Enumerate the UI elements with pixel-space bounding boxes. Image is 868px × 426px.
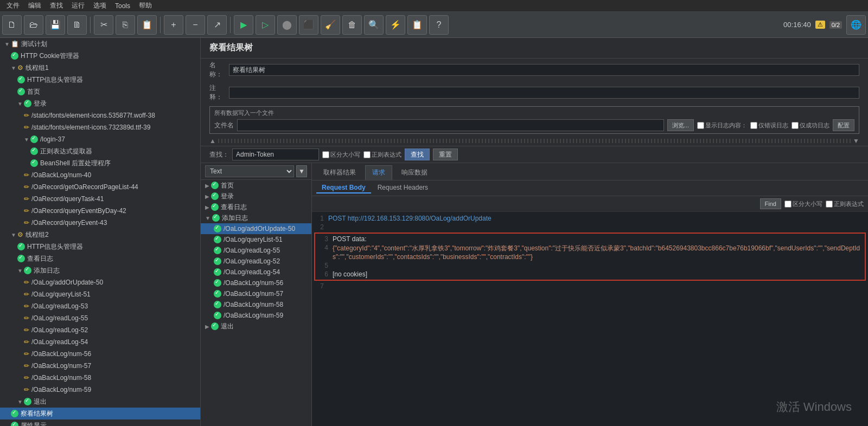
menu-help[interactable]: 帮助 xyxy=(135,1,156,10)
mp-tree-read-52[interactable]: /OaLog/readLog-52 xyxy=(201,256,311,267)
find-case-label[interactable]: 区分大小写 xyxy=(784,200,822,208)
mp-tree-home[interactable]: ▶ 首页 xyxy=(201,180,311,191)
regex-label[interactable]: 正则表达式 xyxy=(363,151,401,159)
sidebar-item-oa-record-43[interactable]: ✏ /OaRecord/queryEvent-43 xyxy=(0,217,200,229)
case-sensitive-checkbox[interactable] xyxy=(322,151,329,158)
log-toggle-checkbox[interactable] xyxy=(697,122,704,129)
menu-options[interactable]: 选项 xyxy=(89,1,111,10)
save-btn[interactable]: 💾 xyxy=(46,15,65,35)
log-toggle-label[interactable]: 显示日志内容： xyxy=(697,121,747,130)
help-btn[interactable]: ? xyxy=(429,15,449,35)
sidebar-item-back-log-59[interactable]: ✏ /OaBackLog/num-59 xyxy=(0,384,200,396)
clear-btn[interactable]: 🧹 xyxy=(321,15,340,35)
cut-btn[interactable]: ✂ xyxy=(94,15,113,35)
sidebar-item-thread-group2[interactable]: ▼ ⚙ 线程组2 xyxy=(0,229,200,241)
comment-input[interactable] xyxy=(229,87,859,99)
browse-btn[interactable]: ↗ xyxy=(207,15,227,35)
copy-btn[interactable]: ⎘ xyxy=(116,15,135,35)
sidebar-item-back-log-58[interactable]: ✏ /OaBackLog/num-58 xyxy=(0,372,200,384)
sidebar-item-add-update-50[interactable]: ✏ /OaLog/addOrUpdate-50 xyxy=(0,276,200,288)
sidebar-item-oa-record-42[interactable]: ✏ /OaRecord/queryEventByDay-42 xyxy=(0,205,200,217)
sub-tab-request-headers[interactable]: Request Headers xyxy=(372,183,433,193)
sidebar-item-oa-record-44[interactable]: ✏ /OaRecord/getOaRecordPageList-44 xyxy=(0,181,200,193)
filename-input[interactable] xyxy=(237,119,664,131)
remove-btn[interactable]: − xyxy=(186,15,205,35)
sidebar-item-add-log[interactable]: ▼ 添加日志 xyxy=(0,264,200,276)
reset-button[interactable]: 重置 xyxy=(433,149,458,160)
sidebar-item-oa-back-log-40[interactable]: ✏ /OaBackLog/num-40 xyxy=(0,169,200,181)
sidebar-item-view-log[interactable]: 查看日志 xyxy=(0,253,200,264)
mp-tree-backlog-56[interactable]: /OaBackLog/num-56 xyxy=(201,277,311,288)
sidebar-item-login-37[interactable]: ▼ /login-37 xyxy=(0,133,200,145)
collapse-arrow-icon[interactable]: ▲ xyxy=(209,137,216,145)
mp-tree-read-54[interactable]: /OaLog/readLog-54 xyxy=(201,267,311,277)
sidebar-item-back-log-57[interactable]: ✏ /OaBackLog/num-57 xyxy=(0,360,200,372)
browse-button[interactable]: 浏览... xyxy=(667,119,694,131)
case-sensitive-label[interactable]: 区分大小写 xyxy=(322,151,360,159)
tab-response[interactable]: 响应数据 xyxy=(394,165,435,180)
collapse-arrow-right-icon[interactable]: ▼ xyxy=(853,137,859,145)
mp-tree-backlog-57[interactable]: /OaBackLog/num-57 xyxy=(201,288,311,299)
add-btn[interactable]: + xyxy=(164,15,183,35)
find-button[interactable]: Find xyxy=(760,198,781,209)
sidebar-item-http-header1[interactable]: HTTP信息头管理器 xyxy=(0,74,200,86)
run-btn[interactable]: ▶ xyxy=(234,15,253,35)
name-input[interactable] xyxy=(229,64,859,76)
mp-tree-add-update-50[interactable]: /OaLog/addOrUpdate-50 xyxy=(201,223,311,234)
stop-now-btn[interactable]: ⬛ xyxy=(299,15,318,35)
new-btn[interactable]: 🗋 xyxy=(2,15,22,35)
sidebar-item-font2[interactable]: ✏ /static/fonts/element-icons.732389d.tt… xyxy=(0,121,200,133)
type-dropdown[interactable]: Text JSON XML HTML xyxy=(205,165,294,177)
sidebar-item-logout[interactable]: ▼ 退出 xyxy=(0,396,200,408)
menu-tools[interactable]: Tools xyxy=(111,2,135,10)
sidebar-item-property-display[interactable]: 属性显示 xyxy=(0,419,200,426)
mp-tree-logout[interactable]: ▶ 退出 xyxy=(201,321,311,332)
find-regex-checkbox[interactable] xyxy=(826,201,833,208)
sidebar-item-back-log-56[interactable]: ✏ /OaBackLog/num-56 xyxy=(0,348,200,360)
open-btn[interactable]: 🗁 xyxy=(24,15,43,35)
sidebar-item-read-log-55[interactable]: ✏ /OaLog/readLog-55 xyxy=(0,312,200,324)
sidebar-item-home[interactable]: 首页 xyxy=(0,86,200,98)
sidebar-item-test-plan[interactable]: ▼ 📋 测试计划 xyxy=(0,38,200,50)
sidebar-item-beanshell[interactable]: BeanShell 后置处理程序 xyxy=(0,157,200,169)
paste-btn[interactable]: 📋 xyxy=(137,15,157,35)
type-dropdown-arrow[interactable]: ▼ xyxy=(296,165,307,177)
search-btn[interactable]: 🔍 xyxy=(364,15,384,35)
globe-btn[interactable]: 🌐 xyxy=(846,15,866,35)
sidebar-item-read-log-52[interactable]: ✏ /OaLog/readLog-52 xyxy=(0,324,200,336)
tab-sampler-result[interactable]: 取样器结果 xyxy=(316,165,363,180)
menu-run[interactable]: 运行 xyxy=(67,1,89,10)
mp-tree-backlog-59[interactable]: /OaBackLog/num-59 xyxy=(201,310,311,321)
find-case-checkbox[interactable] xyxy=(784,201,792,208)
search-button[interactable]: 查找 xyxy=(405,149,430,160)
code-area[interactable]: 1 POST http://192.168.153.129:8080/OaLog… xyxy=(312,212,868,426)
menu-find[interactable]: 查找 xyxy=(46,1,67,10)
api-btn[interactable]: ⚡ xyxy=(386,15,405,35)
sidebar-item-http-header2[interactable]: HTTP信息头管理器 xyxy=(0,241,200,253)
sidebar-item-font1[interactable]: ✏ /static/fonts/element-icons.535877f.wo… xyxy=(0,109,200,121)
mp-tree-read-55[interactable]: /OaLog/readLog-55 xyxy=(201,245,311,256)
save-as-btn[interactable]: 🗎 xyxy=(67,15,87,35)
sub-tab-request-body[interactable]: Request Body xyxy=(316,183,371,193)
success-log-label[interactable]: 仅成功日志 xyxy=(792,121,829,130)
sidebar-item-query-list-51[interactable]: ✏ /OaLog/queryList-51 xyxy=(0,288,200,300)
regex-checkbox[interactable] xyxy=(363,151,371,158)
sidebar-item-regex[interactable]: 正则表达式提取器 xyxy=(0,145,200,157)
menu-edit[interactable]: 编辑 xyxy=(24,1,46,10)
mp-tree-backlog-58[interactable]: /OaBackLog/num-58 xyxy=(201,299,311,310)
sidebar-item-cookie[interactable]: HTTP Cookie管理器 xyxy=(0,50,200,62)
error-log-label[interactable]: 仅错误日志 xyxy=(750,121,788,130)
error-log-checkbox[interactable] xyxy=(750,122,757,129)
mp-tree-view-log[interactable]: ▶ 查看日志 xyxy=(201,202,311,212)
sidebar-item-result-tree[interactable]: 察看结果树 xyxy=(0,408,200,419)
sidebar-item-oa-record-41[interactable]: ✏ /OaRecord/queryTask-41 xyxy=(0,193,200,205)
menu-file[interactable]: 文件 xyxy=(2,1,24,10)
mp-tree-login[interactable]: ▶ 登录 xyxy=(201,191,311,202)
success-log-checkbox[interactable] xyxy=(792,122,799,129)
search-input[interactable] xyxy=(232,149,319,160)
run-no-pause-btn[interactable]: ▷ xyxy=(256,15,275,35)
stop-btn[interactable]: ⬤ xyxy=(277,15,297,35)
mp-tree-add-log[interactable]: ▼ 添加日志 xyxy=(201,212,311,223)
sidebar-item-read-log-53[interactable]: ✏ /OaLog/readLog-53 xyxy=(0,300,200,312)
sidebar-item-login[interactable]: ▼ 登录 xyxy=(0,98,200,109)
